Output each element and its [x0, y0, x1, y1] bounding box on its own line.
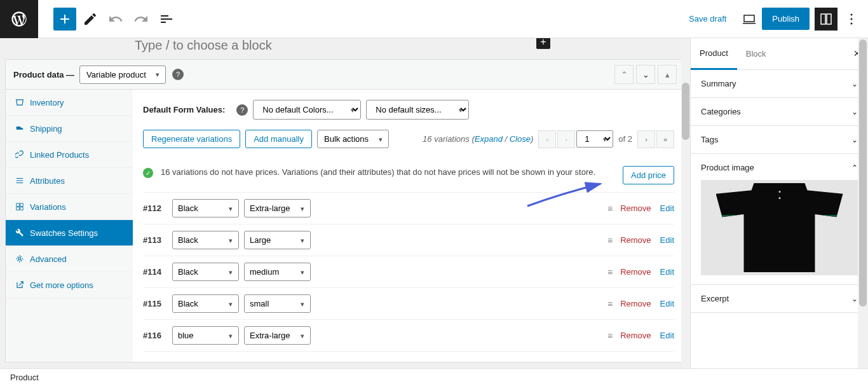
remove-variation-link[interactable]: Remove: [620, 203, 651, 213]
variation-size-select[interactable]: small: [244, 294, 311, 313]
tab-variations[interactable]: Variations: [6, 194, 133, 220]
tab-label: Shipping: [30, 124, 62, 134]
variation-row[interactable]: #113 Black Large ≡ Remove Edit: [143, 224, 674, 256]
tab-label: Get more options: [30, 280, 93, 290]
default-form-values-label: Default Form Values:: [143, 105, 225, 114]
add-manually-button[interactable]: Add manually: [245, 130, 312, 148]
tab-label: Attributes: [30, 176, 65, 186]
variation-color-select[interactable]: Black: [172, 231, 239, 249]
publish-button[interactable]: Publish: [762, 8, 810, 30]
redo-button[interactable]: [130, 8, 153, 31]
panel-up-icon[interactable]: ⌃: [614, 65, 634, 84]
more-options-button[interactable]: [840, 8, 863, 31]
panel-excerpt[interactable]: Excerpt ⌄: [691, 285, 868, 313]
variation-size-select[interactable]: Extra-large: [244, 326, 311, 345]
variation-color-select[interactable]: Black: [172, 263, 239, 281]
product-type-select[interactable]: Variable product: [79, 65, 166, 84]
product-data-label: Product data —: [13, 70, 74, 79]
panel-product-image: Product image ⌃: [691, 154, 868, 285]
variations-panel: Default Form Values: ? No default Colors…: [133, 90, 684, 362]
sidebar-tab-product[interactable]: Product: [691, 38, 737, 70]
edit-variation-link[interactable]: Edit: [660, 235, 674, 245]
close-link[interactable]: Close: [510, 134, 531, 144]
panel-collapse-icon[interactable]: ▴: [658, 65, 677, 84]
tab-get-more-options[interactable]: Get more options: [6, 272, 133, 298]
variation-row[interactable]: #116 blue Extra-large ≡ Remove Edit: [143, 320, 674, 352]
expand-link[interactable]: Expand: [475, 134, 503, 144]
block-placeholder[interactable]: Type / to choose a block +: [0, 38, 690, 59]
edit-variation-link[interactable]: Edit: [660, 203, 674, 213]
editor-scrollbar[interactable]: [681, 38, 690, 368]
variation-row[interactable]: #115 Black small ≡ Remove Edit: [143, 288, 674, 320]
add-price-button[interactable]: Add price: [623, 166, 674, 184]
remove-variation-link[interactable]: Remove: [620, 267, 651, 277]
block-placeholder-text: Type / to choose a block: [135, 38, 272, 52]
wordpress-logo[interactable]: [0, 0, 38, 38]
variation-row[interactable]: #112 Black Extra-large ≡ Remove Edit: [143, 193, 674, 224]
remove-variation-link[interactable]: Remove: [620, 235, 651, 245]
drag-handle-icon[interactable]: ≡: [607, 331, 611, 341]
tab-label: Swatches Settings: [30, 228, 98, 238]
svg-point-0: [851, 13, 853, 15]
prev-page-button[interactable]: ‹: [557, 130, 575, 148]
undo-button[interactable]: [104, 8, 127, 31]
tab-label: Advanced: [30, 254, 67, 264]
grid-icon: [15, 202, 25, 212]
edit-variation-link[interactable]: Edit: [660, 331, 674, 340]
variation-row[interactable]: #114 Black medium ≡ Remove Edit: [143, 256, 674, 288]
tab-inventory[interactable]: Inventory: [6, 90, 133, 116]
help-icon[interactable]: ?: [172, 69, 184, 80]
settings-sidebar: Product Block × Summary ⌄ Categories ⌄ T…: [690, 38, 868, 368]
help-icon[interactable]: ?: [236, 104, 248, 116]
drag-handle-icon[interactable]: ≡: [607, 235, 611, 245]
window-scrollbar[interactable]: [858, 38, 868, 368]
save-draft-link[interactable]: Save draft: [689, 14, 726, 24]
next-page-button[interactable]: ›: [637, 130, 655, 148]
variation-color-select[interactable]: blue: [172, 326, 239, 345]
variation-size-select[interactable]: medium: [244, 263, 311, 281]
first-page-button[interactable]: «: [538, 130, 556, 148]
regenerate-variations-button[interactable]: Regenerate variations: [143, 130, 240, 148]
preview-button[interactable]: [738, 8, 761, 31]
variation-size-select[interactable]: Extra-large: [244, 199, 311, 217]
panel-categories[interactable]: Categories ⌄: [691, 98, 868, 126]
default-sizes-select[interactable]: No default sizes...: [366, 100, 469, 120]
tab-linked-products[interactable]: Linked Products: [6, 142, 133, 168]
list-icon: [15, 176, 25, 186]
breadcrumb[interactable]: Product: [10, 373, 39, 382]
drag-handle-icon[interactable]: ≡: [607, 203, 611, 214]
settings-toggle-button[interactable]: [815, 8, 837, 31]
variation-color-select[interactable]: Black: [172, 199, 239, 217]
remove-variation-link[interactable]: Remove: [620, 331, 651, 340]
svg-point-2: [851, 22, 853, 24]
sidebar-tab-block[interactable]: Block: [737, 39, 775, 69]
chevron-down-icon: ⌄: [851, 107, 858, 116]
document-outline-button[interactable]: [155, 8, 178, 31]
bulk-actions-select[interactable]: Bulk actions: [317, 130, 389, 148]
variation-size-select[interactable]: Large: [244, 231, 311, 249]
chevron-down-icon: ⌄: [851, 135, 858, 144]
panel-down-icon[interactable]: ⌄: [636, 65, 655, 84]
panel-summary[interactable]: Summary ⌄: [691, 70, 868, 98]
panel-title: Product image: [701, 163, 754, 172]
drag-handle-icon[interactable]: ≡: [607, 267, 611, 277]
panel-tags[interactable]: Tags ⌄: [691, 126, 868, 154]
default-colors-select[interactable]: No default Colors...: [253, 100, 361, 120]
tab-advanced[interactable]: Advanced: [6, 246, 133, 272]
add-block-inline-icon[interactable]: +: [536, 38, 550, 49]
edit-variation-link[interactable]: Edit: [660, 267, 674, 277]
last-page-button[interactable]: »: [656, 130, 674, 148]
tab-shipping[interactable]: Shipping: [6, 116, 133, 142]
edit-variation-link[interactable]: Edit: [660, 299, 674, 308]
drag-handle-icon[interactable]: ≡: [607, 299, 611, 309]
tab-swatches-settings[interactable]: Swatches Settings: [6, 220, 133, 246]
variation-color-select[interactable]: Black: [172, 294, 239, 313]
chevron-up-icon[interactable]: ⌃: [851, 163, 858, 172]
add-block-button[interactable]: [53, 8, 76, 31]
edit-tool-button[interactable]: [79, 8, 102, 31]
product-image-thumbnail[interactable]: [701, 180, 858, 275]
page-select[interactable]: 1: [576, 130, 613, 148]
status-bar: Product: [0, 368, 868, 386]
tab-attributes[interactable]: Attributes: [6, 168, 133, 194]
remove-variation-link[interactable]: Remove: [620, 299, 651, 308]
